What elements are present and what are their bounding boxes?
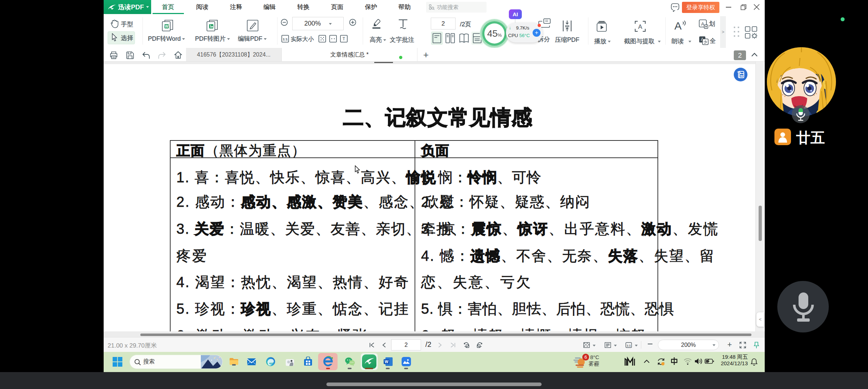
svg-text:T: T — [343, 36, 345, 41]
svg-text:1:1: 1:1 — [283, 37, 288, 41]
svg-text:W: W — [385, 359, 388, 364]
svg-text:1:1: 1:1 — [627, 344, 631, 347]
svg-text:A: A — [674, 20, 682, 32]
svg-text:W: W — [740, 74, 743, 78]
svg-text:W: W — [165, 24, 168, 28]
svg-text:A: A — [638, 23, 642, 30]
svg-text:A: A — [701, 21, 704, 27]
